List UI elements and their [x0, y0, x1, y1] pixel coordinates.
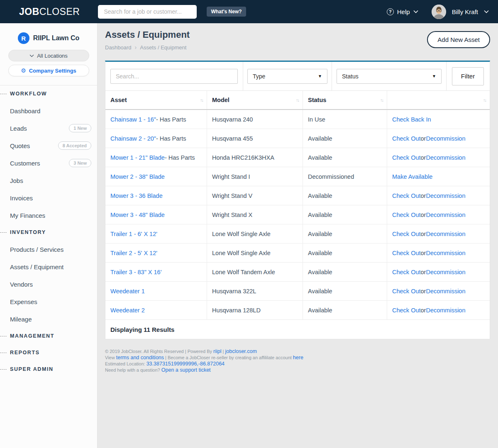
column-label: Model	[212, 97, 229, 103]
action-link-decommission[interactable]: Decommission	[426, 250, 465, 256]
breadcrumb-chevron-icon: ›	[135, 44, 137, 51]
filter-row: Type ▼ Status ▼ Filter	[105, 62, 490, 91]
action-link-decommission[interactable]: Decommission	[426, 192, 465, 199]
footer-link-jobcloser-com[interactable]: jobcloser.com	[225, 348, 256, 354]
type-select-value: Type	[253, 73, 265, 80]
action-link-check-out[interactable]: Check Out	[392, 135, 421, 142]
asset-link[interactable]: Trailer 3 - 83" X 16'	[110, 269, 161, 275]
action-link-decommission[interactable]: Decommission	[426, 269, 465, 275]
page-head: Assets / Equipment Dashboard › Assets / …	[105, 23, 490, 51]
action-link-decommission[interactable]: Decommission	[426, 288, 465, 295]
asset-link[interactable]: Weedeater 1	[110, 288, 145, 295]
sidebar-section-super-admin[interactable]: SUPER ADMIN	[0, 361, 97, 377]
asset-link[interactable]: Trailer 2 - 5' X 12'	[110, 250, 157, 256]
sidebar-item-expenses[interactable]: Expenses	[0, 293, 97, 310]
column-label: Asset	[110, 97, 127, 103]
sidebar-item-leads[interactable]: Leads1 New	[0, 119, 97, 137]
action-link-check-out[interactable]: Check Out	[392, 269, 421, 275]
company-settings-label: Company Settings	[29, 68, 76, 74]
sort-icon[interactable]: ↑↓	[200, 97, 203, 102]
section-dash-icon	[0, 369, 7, 370]
asset-link[interactable]: Weedeater 2	[110, 307, 145, 314]
sidebar-item-assets-equipment[interactable]: Assets / Equipment	[0, 258, 97, 275]
action-link-decommission[interactable]: Decommission	[426, 307, 465, 314]
select-caret-icon: ▼	[432, 74, 436, 78]
action-link-check-out[interactable]: Check Out	[392, 192, 421, 199]
actions-cell: Check Out or Decommission	[387, 224, 490, 243]
sidebar-item-quotes[interactable]: Quotes8 Accepted	[0, 137, 97, 154]
asset-cell: Mower 3 - 48" Blade	[105, 205, 207, 224]
asset-cell: Mower 1 - 21" Blade - Has Parts	[105, 148, 207, 167]
user-name[interactable]: Billy Kraft	[452, 8, 478, 15]
asset-link[interactable]: Trailer 1 - 6' X 12'	[110, 231, 157, 237]
status-cell: Available	[303, 282, 387, 300]
sidebar-item-invoices[interactable]: Invoices	[0, 189, 97, 207]
action-link-check-out[interactable]: Check Out	[392, 307, 421, 314]
status-select[interactable]: Status ▼	[337, 69, 442, 84]
action-link-check-out[interactable]: Check Out	[392, 288, 421, 295]
whats-new-button[interactable]: What's New?	[207, 7, 246, 17]
table-row: Trailer 3 - 83" X 16'Lone Wolf Tandem Ax…	[105, 263, 490, 282]
sidebar-item-customers[interactable]: Customers3 New	[0, 154, 97, 172]
asset-link[interactable]: Chainsaw 2 - 20"	[110, 135, 156, 142]
action-link-check-out[interactable]: Check Out	[392, 231, 421, 237]
sort-icon[interactable]: ↑↓	[483, 97, 486, 102]
column-header-asset: Asset↑↓	[105, 91, 207, 109]
sidebar-section-management[interactable]: MANAGEMENT	[0, 328, 97, 344]
footer-link-33-387315199999996-86-872064[interactable]: 33.387315199999996,-86.872064	[146, 361, 225, 367]
asset-link[interactable]: Mower 3 - 36 Blade	[110, 192, 163, 199]
asset-link[interactable]: Mower 2 - 38" Blade	[110, 173, 165, 180]
filter-button[interactable]: Filter	[452, 67, 484, 85]
sidebar-item-mileage[interactable]: Mileage	[0, 310, 97, 328]
sort-icon[interactable]: ↑↓	[380, 97, 383, 102]
help-menu[interactable]: ? Help	[387, 8, 418, 15]
model-cell: Wright Stand I	[207, 167, 303, 186]
action-link-check-out[interactable]: Check Out	[392, 250, 421, 256]
global-search-input[interactable]	[98, 5, 197, 19]
sidebar-item-dashboard[interactable]: Dashboard	[0, 102, 97, 119]
sidebar-section-reports[interactable]: REPORTS	[0, 344, 97, 361]
status-cell: Available	[303, 129, 387, 148]
asset-link[interactable]: Chainsaw 1 - 16"	[110, 116, 156, 123]
action-link-make-available[interactable]: Make Available	[392, 173, 432, 180]
sidebar-section-inventory[interactable]: INVENTORY	[0, 224, 97, 241]
action-link-decommission[interactable]: Decommission	[426, 231, 465, 237]
asset-link[interactable]: Mower 3 - 48" Blade	[110, 212, 165, 218]
sidebar-section-workflow[interactable]: WORKFLOW	[0, 85, 97, 102]
footer-link-here[interactable]: here	[293, 355, 303, 360]
sort-icon[interactable]: ↑↓	[296, 97, 299, 102]
footer-link-riipl[interactable]: riipl	[213, 348, 221, 354]
action-link-check-back-in[interactable]: Check Back In	[392, 116, 431, 123]
company-settings-button[interactable]: ⚙ Company Settings	[8, 65, 89, 76]
asset-link[interactable]: Mower 1 - 21" Blade	[110, 154, 165, 161]
all-locations-dropdown[interactable]: All Locations	[8, 50, 89, 61]
sidebar-item-vendors[interactable]: Vendors	[0, 275, 97, 293]
model-cell: Wright Stand V	[207, 186, 303, 205]
model-cell: Lone Wolf Single Axle	[207, 243, 303, 262]
action-link-check-out[interactable]: Check Out	[392, 154, 421, 161]
footer-line: © 2019 JobCloser. All Rights Reserved | …	[105, 348, 490, 355]
user-chevron-down-icon[interactable]	[484, 10, 489, 13]
table-search-input[interactable]	[110, 69, 238, 84]
action-separator: or	[421, 250, 426, 256]
sidebar-item-products-services[interactable]: Products / Services	[0, 241, 97, 258]
action-link-check-out[interactable]: Check Out	[392, 212, 421, 218]
action-link-decommission[interactable]: Decommission	[426, 135, 465, 142]
sidebar-item-label: Jobs	[10, 177, 23, 184]
sidebar-item-my-finances[interactable]: My Finances	[0, 207, 97, 224]
asset-cell: Weedeater 2	[105, 301, 207, 319]
model-cell: Lone Wolf Single Axle	[207, 224, 303, 243]
asset-cell: Trailer 2 - 5' X 12'	[105, 243, 207, 262]
footer-link-terms-and-conditions[interactable]: terms and conditions	[116, 355, 164, 360]
add-new-asset-button[interactable]: Add New Asset	[427, 31, 490, 48]
status-cell: Available	[303, 148, 387, 167]
sidebar-item-jobs[interactable]: Jobs	[0, 172, 97, 189]
action-link-decommission[interactable]: Decommission	[426, 154, 465, 161]
sidebar-item-label: Customers	[10, 160, 40, 167]
column-header-status: Status↑↓	[303, 91, 387, 109]
breadcrumb-dashboard[interactable]: Dashboard	[105, 44, 132, 51]
user-avatar[interactable]	[432, 5, 446, 19]
action-link-decommission[interactable]: Decommission	[426, 212, 465, 218]
type-select[interactable]: Type ▼	[247, 69, 327, 84]
footer-link-open-a-support-ticket[interactable]: Open a support ticket	[161, 367, 211, 373]
